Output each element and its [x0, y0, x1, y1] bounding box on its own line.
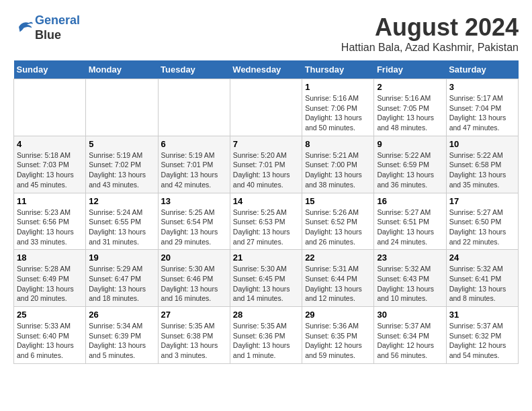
calendar-week-row: 25Sunrise: 5:33 AM Sunset: 6:40 PM Dayli…	[14, 307, 519, 364]
day-number: 13	[161, 196, 227, 206]
calendar-week-row: 1Sunrise: 5:16 AM Sunset: 7:06 PM Daylig…	[14, 79, 519, 136]
calendar-cell: 19Sunrise: 5:29 AM Sunset: 6:47 PM Dayli…	[86, 250, 158, 307]
calendar-table: SundayMondayTuesdayWednesdayThursdayFrid…	[13, 60, 519, 364]
day-number: 16	[377, 196, 443, 206]
day-info: Sunrise: 5:31 AM Sunset: 6:44 PM Dayligh…	[305, 264, 371, 304]
day-number: 1	[305, 82, 371, 92]
calendar-cell: 1Sunrise: 5:16 AM Sunset: 7:06 PM Daylig…	[302, 79, 374, 136]
day-info: Sunrise: 5:17 AM Sunset: 7:04 PM Dayligh…	[449, 93, 515, 133]
calendar-cell: 10Sunrise: 5:22 AM Sunset: 6:58 PM Dayli…	[446, 136, 518, 193]
calendar-cell: 6Sunrise: 5:19 AM Sunset: 7:01 PM Daylig…	[158, 136, 230, 193]
day-info: Sunrise: 5:37 AM Sunset: 6:32 PM Dayligh…	[449, 321, 515, 361]
day-number: 11	[17, 196, 83, 206]
calendar-cell	[158, 79, 230, 136]
calendar-cell: 8Sunrise: 5:21 AM Sunset: 7:00 PM Daylig…	[302, 136, 374, 193]
calendar-cell: 22Sunrise: 5:31 AM Sunset: 6:44 PM Dayli…	[302, 250, 374, 307]
day-info: Sunrise: 5:29 AM Sunset: 6:47 PM Dayligh…	[89, 264, 154, 304]
day-number: 14	[233, 196, 299, 206]
day-info: Sunrise: 5:20 AM Sunset: 7:01 PM Dayligh…	[233, 150, 299, 190]
day-info: Sunrise: 5:24 AM Sunset: 6:55 PM Dayligh…	[89, 208, 154, 247]
day-info: Sunrise: 5:27 AM Sunset: 6:50 PM Dayligh…	[449, 208, 515, 247]
day-number: 15	[305, 196, 371, 206]
day-number: 20	[161, 253, 227, 263]
calendar-cell: 11Sunrise: 5:23 AM Sunset: 6:56 PM Dayli…	[14, 193, 86, 250]
day-number: 23	[377, 253, 443, 263]
title-section: August 2024 Hattian Bala, Azad Kashmir, …	[341, 13, 519, 54]
day-number: 9	[377, 139, 443, 149]
calendar-cell: 24Sunrise: 5:32 AM Sunset: 6:41 PM Dayli…	[446, 250, 518, 307]
day-number: 18	[17, 253, 83, 263]
day-number: 4	[17, 139, 83, 149]
day-info: Sunrise: 5:30 AM Sunset: 6:46 PM Dayligh…	[161, 264, 227, 304]
day-number: 2	[377, 82, 443, 92]
weekday-header-thursday: Thursday	[302, 60, 374, 79]
weekday-header-friday: Friday	[374, 60, 446, 79]
day-info: Sunrise: 5:37 AM Sunset: 6:34 PM Dayligh…	[377, 321, 443, 361]
calendar-cell: 21Sunrise: 5:30 AM Sunset: 6:45 PM Dayli…	[230, 250, 302, 307]
day-number: 26	[89, 310, 154, 320]
calendar-cell: 31Sunrise: 5:37 AM Sunset: 6:32 PM Dayli…	[446, 307, 518, 364]
day-number: 19	[89, 253, 154, 263]
calendar-cell: 30Sunrise: 5:37 AM Sunset: 6:34 PM Dayli…	[374, 307, 446, 364]
weekday-header-row: SundayMondayTuesdayWednesdayThursdayFrid…	[14, 60, 519, 79]
day-number: 27	[161, 310, 227, 320]
day-info: Sunrise: 5:16 AM Sunset: 7:06 PM Dayligh…	[305, 93, 371, 133]
day-number: 17	[449, 196, 515, 206]
calendar-cell: 13Sunrise: 5:25 AM Sunset: 6:54 PM Dayli…	[158, 193, 230, 250]
calendar-cell: 16Sunrise: 5:27 AM Sunset: 6:51 PM Dayli…	[374, 193, 446, 250]
day-info: Sunrise: 5:22 AM Sunset: 6:59 PM Dayligh…	[377, 150, 443, 190]
day-info: Sunrise: 5:16 AM Sunset: 7:05 PM Dayligh…	[377, 93, 443, 133]
calendar-cell: 26Sunrise: 5:34 AM Sunset: 6:39 PM Dayli…	[86, 307, 158, 364]
day-info: Sunrise: 5:32 AM Sunset: 6:43 PM Dayligh…	[377, 264, 443, 304]
calendar-cell: 18Sunrise: 5:28 AM Sunset: 6:49 PM Dayli…	[14, 250, 86, 307]
logo-icon	[15, 17, 35, 37]
day-number: 30	[377, 310, 443, 320]
day-number: 29	[305, 310, 371, 320]
calendar-cell: 14Sunrise: 5:25 AM Sunset: 6:53 PM Dayli…	[230, 193, 302, 250]
weekday-header-wednesday: Wednesday	[230, 60, 302, 79]
day-info: Sunrise: 5:36 AM Sunset: 6:35 PM Dayligh…	[305, 321, 371, 361]
day-info: Sunrise: 5:25 AM Sunset: 6:54 PM Dayligh…	[161, 208, 227, 247]
day-info: Sunrise: 5:25 AM Sunset: 6:53 PM Dayligh…	[233, 208, 299, 247]
page-header: General Blue August 2024 Hattian Bala, A…	[13, 13, 519, 54]
day-number: 31	[449, 310, 515, 320]
calendar-cell: 2Sunrise: 5:16 AM Sunset: 7:05 PM Daylig…	[374, 79, 446, 136]
day-number: 5	[89, 139, 154, 149]
day-number: 6	[161, 139, 227, 149]
day-info: Sunrise: 5:32 AM Sunset: 6:41 PM Dayligh…	[449, 264, 515, 304]
day-info: Sunrise: 5:28 AM Sunset: 6:49 PM Dayligh…	[17, 264, 83, 304]
calendar-cell: 12Sunrise: 5:24 AM Sunset: 6:55 PM Dayli…	[86, 193, 158, 250]
day-info: Sunrise: 5:30 AM Sunset: 6:45 PM Dayligh…	[233, 264, 299, 304]
calendar-cell: 29Sunrise: 5:36 AM Sunset: 6:35 PM Dayli…	[302, 307, 374, 364]
calendar-week-row: 11Sunrise: 5:23 AM Sunset: 6:56 PM Dayli…	[14, 193, 519, 250]
day-number: 22	[305, 253, 371, 263]
day-info: Sunrise: 5:19 AM Sunset: 7:01 PM Dayligh…	[161, 150, 227, 190]
calendar-cell: 7Sunrise: 5:20 AM Sunset: 7:01 PM Daylig…	[230, 136, 302, 193]
calendar-cell: 28Sunrise: 5:35 AM Sunset: 6:36 PM Dayli…	[230, 307, 302, 364]
calendar-cell: 3Sunrise: 5:17 AM Sunset: 7:04 PM Daylig…	[446, 79, 518, 136]
calendar-cell: 4Sunrise: 5:18 AM Sunset: 7:03 PM Daylig…	[14, 136, 86, 193]
day-number: 21	[233, 253, 299, 263]
day-info: Sunrise: 5:26 AM Sunset: 6:52 PM Dayligh…	[305, 208, 371, 247]
day-info: Sunrise: 5:35 AM Sunset: 6:36 PM Dayligh…	[233, 321, 299, 361]
weekday-header-tuesday: Tuesday	[158, 60, 230, 79]
calendar-cell: 5Sunrise: 5:19 AM Sunset: 7:02 PM Daylig…	[86, 136, 158, 193]
day-number: 7	[233, 139, 299, 149]
weekday-header-monday: Monday	[86, 60, 158, 79]
day-number: 10	[449, 139, 515, 149]
day-info: Sunrise: 5:19 AM Sunset: 7:02 PM Dayligh…	[89, 150, 154, 190]
day-number: 3	[449, 82, 515, 92]
day-info: Sunrise: 5:21 AM Sunset: 7:00 PM Dayligh…	[305, 150, 371, 190]
day-info: Sunrise: 5:18 AM Sunset: 7:03 PM Dayligh…	[17, 150, 83, 190]
calendar-cell: 20Sunrise: 5:30 AM Sunset: 6:46 PM Dayli…	[158, 250, 230, 307]
main-title: August 2024	[341, 13, 519, 42]
day-info: Sunrise: 5:27 AM Sunset: 6:51 PM Dayligh…	[377, 208, 443, 247]
calendar-cell: 25Sunrise: 5:33 AM Sunset: 6:40 PM Dayli…	[14, 307, 86, 364]
calendar-cell: 23Sunrise: 5:32 AM Sunset: 6:43 PM Dayli…	[374, 250, 446, 307]
calendar-cell: 9Sunrise: 5:22 AM Sunset: 6:59 PM Daylig…	[374, 136, 446, 193]
calendar-week-row: 4Sunrise: 5:18 AM Sunset: 7:03 PM Daylig…	[14, 136, 519, 193]
day-number: 8	[305, 139, 371, 149]
day-number: 24	[449, 253, 515, 263]
day-number: 12	[89, 196, 154, 206]
weekday-header-sunday: Sunday	[14, 60, 86, 79]
